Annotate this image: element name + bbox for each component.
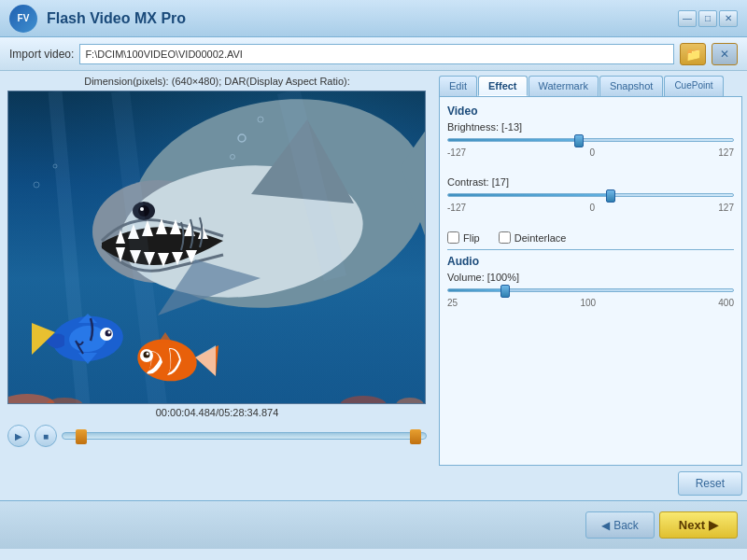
brightness-row: Brightness: [-13] -127 0 127: [447, 121, 734, 171]
back-button[interactable]: ◀ Back: [585, 511, 655, 539]
brightness-max: 127: [718, 147, 734, 158]
seek-handle-end[interactable]: [410, 429, 421, 444]
contrast-zero: 0: [589, 203, 595, 213]
browse-button[interactable]: 📁: [680, 43, 706, 65]
import-path-input[interactable]: [79, 44, 674, 64]
video-section-title: Video: [447, 105, 734, 118]
bottom-bar: ◀ Back Next ▶: [0, 500, 747, 549]
flip-label: Flip: [463, 232, 480, 244]
tab-snapshot[interactable]: Snapshot: [599, 76, 663, 96]
svg-point-31: [147, 353, 149, 356]
timecode: 00:00:04.484/05:28:34.874: [7, 407, 427, 418]
left-panel: Dimension(pixels): (640×480); DAR(Displa…: [0, 71, 434, 500]
volume-row: Volume: [100%] 25 100 400: [447, 272, 734, 321]
effect-tab-content: Video Brightness: [-13] -127 0 127: [439, 96, 742, 466]
volume-thumb[interactable]: [500, 285, 510, 298]
volume-mid: 100: [580, 298, 596, 308]
audio-section-title: Audio: [447, 255, 734, 268]
tab-effect[interactable]: Effect: [478, 76, 528, 96]
back-arrow-icon: ◀: [601, 519, 610, 532]
deinterlace-checkbox-item[interactable]: Deinterlace: [499, 231, 567, 244]
refresh-button[interactable]: ✕: [712, 43, 738, 65]
import-label: Import video:: [9, 48, 74, 61]
volume-min: 25: [447, 298, 458, 308]
brightness-slider-container: -127 0 127: [447, 138, 734, 171]
brightness-labels: -127 0 127: [447, 147, 734, 158]
reset-button[interactable]: Reset: [678, 471, 742, 496]
contrast-track[interactable]: [447, 193, 734, 197]
deinterlace-label: Deinterlace: [514, 232, 567, 244]
brightness-min: -127: [447, 147, 466, 158]
app-logo: FV: [9, 5, 37, 33]
folder-icon: 📁: [685, 47, 701, 62]
playback-controls: ▶ ■: [7, 421, 427, 451]
dimension-info: Dimension(pixels): (640×480); DAR(Displa…: [7, 76, 427, 87]
app-title: Flash Video MX Pro: [47, 10, 678, 27]
maximize-button[interactable]: □: [698, 10, 717, 27]
volume-label: Volume: [100%]: [447, 272, 734, 283]
tab-watermark[interactable]: Watermark: [529, 76, 599, 96]
play-icon: ▶: [15, 431, 22, 441]
tabs: Edit Effect Watermark Snapshot CuePoint: [439, 76, 742, 96]
brightness-track[interactable]: [447, 138, 734, 142]
next-button[interactable]: Next ▶: [659, 511, 738, 539]
contrast-label: Contrast: [17]: [447, 176, 734, 188]
nav-buttons: ◀ Back Next ▶: [585, 511, 738, 539]
video-preview: [7, 91, 426, 404]
right-panel: Edit Effect Watermark Snapshot CuePoint …: [434, 71, 747, 500]
close-button[interactable]: ✕: [719, 10, 738, 27]
main-content: Dimension(pixels): (640×480); DAR(Displa…: [0, 71, 747, 500]
volume-track[interactable]: [447, 288, 734, 292]
reset-area: Reset: [439, 466, 742, 496]
volume-max: 400: [718, 298, 734, 308]
brightness-label: Brightness: [-13]: [447, 121, 734, 133]
stop-icon: ■: [43, 431, 49, 441]
next-arrow-icon: ▶: [709, 518, 718, 532]
brightness-thumb[interactable]: [574, 134, 584, 147]
tab-edit[interactable]: Edit: [439, 76, 477, 96]
seek-bar[interactable]: [62, 432, 427, 440]
svg-point-27: [108, 331, 111, 334]
refresh-icon: ✕: [720, 48, 729, 61]
divider: [447, 249, 734, 250]
contrast-slider-container: -127 0 127: [447, 193, 734, 226]
stop-button[interactable]: ■: [35, 425, 57, 447]
contrast-thumb[interactable]: [606, 189, 615, 203]
import-bar: Import video: 📁 ✕: [0, 37, 747, 71]
nemo-scene: [8, 91, 425, 403]
volume-slider-container: 25 100 400: [447, 288, 734, 321]
window-controls: — □ ✕: [678, 10, 738, 27]
contrast-min: -127: [447, 203, 466, 213]
flip-checkbox[interactable]: [447, 231, 459, 244]
seek-handle-start[interactable]: [76, 429, 87, 444]
contrast-labels: -127 0 127: [447, 203, 734, 213]
contrast-max: 127: [718, 203, 734, 213]
tab-cuepoint[interactable]: CuePoint: [664, 76, 723, 96]
title-bar: FV Flash Video MX Pro — □ ✕: [0, 0, 747, 37]
flip-checkbox-item[interactable]: Flip: [447, 231, 480, 244]
checkbox-row: Flip Deinterlace: [447, 231, 734, 244]
play-button[interactable]: ▶: [7, 425, 30, 447]
brightness-zero: 0: [589, 147, 595, 158]
deinterlace-checkbox[interactable]: [499, 231, 511, 244]
contrast-row: Contrast: [17] -127 0 127: [447, 176, 734, 226]
volume-labels: 25 100 400: [447, 298, 734, 308]
minimize-button[interactable]: —: [678, 10, 697, 27]
